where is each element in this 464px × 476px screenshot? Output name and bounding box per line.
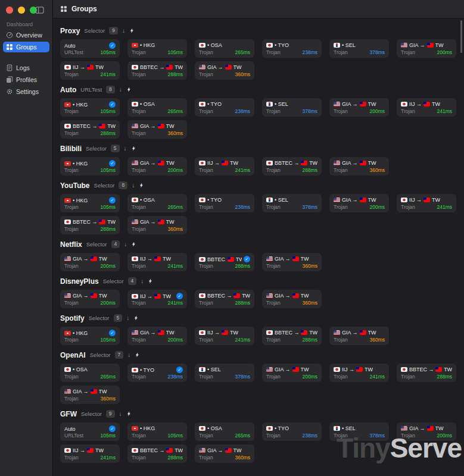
sidebar-item-overview[interactable]: Overview: [3, 30, 49, 40]
sidebar-toggle-icon[interactable]: [35, 6, 44, 14]
latency-sort-button[interactable]: [119, 411, 122, 417]
proxy-protocol: Trojan: [266, 337, 281, 343]
proxy-card[interactable]: • TYO Trojan 238ms: [195, 194, 254, 212]
proxy-card[interactable]: GIA →TW Trojan 360ms: [195, 61, 254, 80]
proxy-card[interactable]: • HKG Trojan 105ms: [127, 39, 187, 58]
proxy-card[interactable]: IIJ →TW Trojan 241ms: [195, 157, 254, 176]
proxy-name-text: BBTEC →: [409, 367, 434, 372]
proxy-card[interactable]: GIA →TW Trojan 200ms: [262, 364, 322, 382]
proxy-card[interactable]: GIA →TW Trojan 360ms: [60, 386, 120, 404]
proxy-card[interactable]: GIA →TW Trojan 360ms: [195, 444, 254, 463]
proxy-card[interactable]: Auto URLTest 105ms: [60, 39, 120, 58]
latency-sort-button[interactable]: [126, 315, 129, 321]
latency-sort-button[interactable]: [122, 28, 125, 34]
latency-test-button[interactable]: [126, 411, 132, 417]
latency-sort-button[interactable]: [141, 278, 144, 284]
proxy-card[interactable]: GIA →TW Trojan 200ms: [60, 253, 120, 271]
proxy-card[interactable]: BBTEC →TW Trojan 288ms: [127, 61, 187, 80]
tw-flag-icon: [427, 43, 434, 48]
proxy-card[interactable]: BBTEC →TW Trojan 288ms: [195, 253, 254, 271]
sidebar-item-groups[interactable]: Groups: [3, 42, 49, 52]
sidebar-item-profiles[interactable]: Profiles: [3, 74, 49, 85]
proxy-card[interactable]: • SEL Trojan 378ms: [262, 194, 322, 212]
proxy-card[interactable]: GIA →TW Trojan 200ms: [397, 422, 456, 441]
latency-test-button[interactable]: [131, 241, 136, 248]
proxy-card[interactable]: IIJ →TW Trojan 241ms: [195, 327, 254, 345]
proxy-card[interactable]: BBTEC →TW Trojan 288ms: [127, 444, 187, 463]
proxy-card[interactable]: BBTEC →TW Trojan 288ms: [262, 327, 322, 345]
latency-sort-button[interactable]: [119, 87, 122, 93]
proxy-card[interactable]: • HKG Trojan 105ms: [127, 422, 187, 441]
proxy-card[interactable]: GIA →TW Trojan 360ms: [262, 253, 322, 271]
latency-test-button[interactable]: [135, 352, 140, 358]
proxy-card[interactable]: BBTEC →TW Trojan 288ms: [262, 157, 322, 176]
proxy-card[interactable]: IIJ →TW Trojan 241ms: [60, 444, 120, 463]
proxy-card[interactable]: BBTEC →TW Trojan 288ms: [195, 290, 254, 308]
proxy-card[interactable]: • SEL Trojan 378ms: [262, 98, 322, 117]
proxy-card[interactable]: • OSA Trojan 265ms: [127, 98, 187, 117]
latency-test-button[interactable]: [148, 278, 153, 284]
latency-sort-button[interactable]: [132, 183, 135, 189]
latency-sort-button[interactable]: [124, 242, 127, 248]
tw-flag-icon: [222, 330, 228, 335]
proxy-card-bottom: Trojan 241ms: [199, 168, 250, 173]
proxy-card[interactable]: • TYO Trojan 238ms: [195, 98, 254, 117]
proxy-card-bottom: Trojan 288ms: [64, 227, 116, 232]
proxy-card[interactable]: GIA →TW Trojan 200ms: [127, 327, 187, 345]
group-cards: GIA →TW Trojan 200ms IIJ →TW Trojan 241m…: [60, 290, 464, 308]
latency-test-button[interactable]: [139, 182, 144, 189]
proxy-name-text: TW: [233, 64, 242, 70]
latency-test-button[interactable]: [126, 86, 132, 93]
proxy-card[interactable]: • SEL Trojan 378ms: [195, 364, 254, 382]
latency-sort-button[interactable]: [124, 146, 127, 152]
proxy-card-top: • HKG: [64, 197, 116, 203]
proxy-card[interactable]: • HKG Trojan 105ms: [60, 98, 120, 117]
proxy-card[interactable]: GIA →TW Trojan 200ms: [60, 290, 120, 308]
scrollbar-thumb[interactable]: [460, 20, 462, 53]
proxy-card[interactable]: BBTEC →TW Trojan 288ms: [60, 216, 120, 234]
proxy-card[interactable]: GIA →TW Trojan 200ms: [329, 194, 389, 212]
proxy-card-top: IIJ →TW: [334, 367, 385, 372]
proxy-card-top: GIA →TW: [64, 256, 116, 262]
proxy-card[interactable]: IIJ →TW Trojan 241ms: [397, 194, 456, 212]
proxy-card[interactable]: • SEL Trojan 378ms: [329, 39, 389, 58]
proxy-card[interactable]: GIA →TW Trojan 360ms: [262, 290, 322, 308]
proxy-card[interactable]: • OSA Trojan 265ms: [127, 194, 187, 212]
latency-test-button[interactable]: [133, 315, 139, 321]
proxy-card[interactable]: GIA →TW Trojan 360ms: [127, 120, 187, 139]
proxy-card-bottom: Trojan 200ms: [334, 109, 385, 114]
latency-test-button[interactable]: [129, 27, 135, 34]
latency-test-button[interactable]: [131, 145, 136, 152]
proxy-card[interactable]: • OSA Trojan 265ms: [60, 364, 120, 382]
proxy-card[interactable]: • TYO Trojan 238ms: [262, 422, 322, 441]
proxy-card[interactable]: • SEL Trojan 378ms: [329, 422, 389, 441]
proxy-card[interactable]: GIA →TW Trojan 200ms: [329, 98, 389, 117]
proxy-card[interactable]: • TYO Trojan 238ms: [262, 39, 322, 58]
proxy-card[interactable]: IIJ →TW Trojan 241ms: [127, 290, 187, 308]
proxy-card[interactable]: • TYO Trojan 238ms: [127, 364, 187, 382]
proxy-card[interactable]: IIJ →TW Trojan 241ms: [397, 98, 456, 117]
proxy-card[interactable]: • HKG Trojan 105ms: [60, 194, 120, 212]
proxy-card[interactable]: • HKG Trojan 105ms: [60, 327, 120, 345]
proxy-card[interactable]: GIA →TW Trojan 360ms: [329, 327, 389, 345]
proxy-card[interactable]: BBTEC →TW Trojan 288ms: [397, 364, 456, 382]
proxy-card[interactable]: • HKG Trojan 105ms: [60, 157, 120, 176]
proxy-card[interactable]: GIA →TW Trojan 200ms: [397, 39, 456, 58]
proxy-card[interactable]: IIJ →TW Trojan 241ms: [329, 364, 389, 382]
minimize-window-button[interactable]: [18, 7, 25, 14]
proxy-card[interactable]: • OSA Trojan 265ms: [195, 39, 254, 58]
latency-sort-button[interactable]: [127, 352, 130, 358]
proxy-card[interactable]: GIA →TW Trojan 360ms: [127, 216, 187, 234]
sidebar-item-settings[interactable]: Settings: [3, 86, 49, 97]
proxy-card[interactable]: Auto URLTest 105ms: [60, 422, 120, 441]
sidebar-item-logs[interactable]: Logs: [3, 62, 49, 73]
close-window-button[interactable]: [6, 7, 13, 14]
proxy-card[interactable]: BBTEC →TW Trojan 288ms: [60, 120, 120, 139]
proxy-card[interactable]: IIJ →TW Trojan 241ms: [60, 61, 120, 80]
proxy-latency: 241ms: [100, 72, 116, 77]
proxy-card-top: • SEL: [199, 367, 250, 372]
proxy-card[interactable]: • OSA Trojan 265ms: [195, 422, 254, 441]
proxy-card[interactable]: GIA →TW Trojan 360ms: [329, 157, 389, 176]
proxy-card[interactable]: GIA →TW Trojan 200ms: [127, 157, 187, 176]
proxy-card[interactable]: IIJ →TW Trojan 241ms: [127, 253, 187, 271]
